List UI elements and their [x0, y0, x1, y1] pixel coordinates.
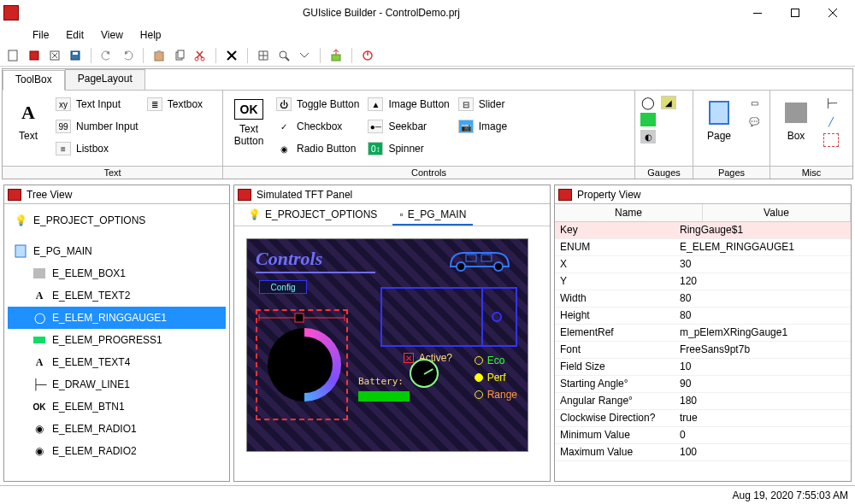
tool-image-button[interactable]: ▲Image Button — [368, 96, 449, 113]
property-row[interactable]: Field Size10 — [555, 359, 851, 376]
open-icon[interactable] — [26, 47, 43, 64]
property-row[interactable]: FontFreeSans9pt7b — [555, 342, 851, 359]
radial-gauge-icon[interactable]: ◐ — [640, 130, 656, 144]
tool-box[interactable]: Box — [777, 96, 815, 142]
property-value[interactable]: true — [675, 410, 851, 427]
property-row[interactable]: Clockwise Direction?true — [555, 410, 851, 427]
save-icon[interactable] — [67, 47, 84, 64]
popup-icon[interactable]: ▭ — [746, 96, 762, 109]
tree-item[interactable]: E_ELEM_PROGRESS1 — [8, 329, 226, 351]
paste-icon[interactable] — [150, 47, 168, 64]
maximize-button[interactable] — [776, 1, 814, 25]
cut-icon[interactable] — [192, 47, 209, 64]
property-row[interactable]: ElementRefm_pElemXRingGauge1 — [555, 325, 851, 342]
property-row[interactable]: Starting Angle°90 — [555, 376, 851, 393]
property-row[interactable]: Minimum Value0 — [555, 427, 851, 444]
property-value[interactable]: 30 — [675, 256, 851, 273]
tool-slider[interactable]: ⊟Slider — [458, 96, 507, 113]
tool-text-button[interactable]: OK Text Button — [230, 96, 268, 147]
tool-image[interactable]: 📷Image — [458, 118, 507, 135]
property-row[interactable]: Y120 — [555, 273, 851, 290]
line-h-icon[interactable]: ├─ — [823, 96, 839, 109]
property-value[interactable]: E_ELEM_RINGGAUGE1 — [675, 239, 851, 256]
power-icon[interactable] — [359, 47, 376, 64]
progress-icon[interactable] — [640, 113, 656, 126]
tool-radio[interactable]: ◉Radio Button — [276, 140, 359, 157]
tree-view[interactable]: 💡 E_PROJECT_OPTIONS E_PG_MAIN E_ELEM_BOX… — [4, 204, 229, 481]
property-row[interactable]: Width80 — [555, 290, 851, 308]
menu-file[interactable]: File — [24, 27, 57, 43]
zoom-icon[interactable] — [275, 47, 292, 64]
blank-gauge-icon[interactable] — [661, 113, 676, 126]
property-value[interactable]: FreeSans9pt7b — [675, 342, 851, 359]
property-table[interactable]: KeyRingGauge$1ENUME_ELEM_RINGGAUGE1X30Y1… — [555, 222, 851, 481]
sim-tab-options[interactable]: 💡E_PROJECT_OPTIONS — [241, 205, 384, 226]
grid-icon[interactable] — [255, 47, 272, 64]
delete-icon[interactable] — [223, 47, 240, 64]
radio-perf[interactable]: Perf — [475, 372, 517, 384]
property-row[interactable]: Height80 — [555, 308, 851, 325]
property-value[interactable]: m_pElemXRingGauge1 — [675, 325, 851, 342]
property-row[interactable]: X30 — [555, 256, 851, 273]
tree-page-main[interactable]: E_PG_MAIN — [8, 240, 226, 262]
property-value[interactable]: 80 — [675, 308, 851, 325]
tool-seekbar[interactable]: ●─Seekbar — [368, 118, 449, 135]
ramp-gauge-icon[interactable]: ◢ — [661, 96, 676, 109]
tree-item[interactable]: E_ELEM_BOX1 — [8, 262, 226, 284]
export-icon[interactable] — [327, 47, 345, 64]
undo-icon[interactable] — [98, 47, 115, 64]
radio-eco[interactable]: Eco — [475, 355, 517, 366]
property-row[interactable]: KeyRingGauge$1 — [555, 222, 851, 239]
menu-view[interactable]: View — [92, 27, 132, 43]
tool-text[interactable]: A Text — [9, 96, 47, 142]
property-row[interactable]: Angular Range°180 — [555, 393, 851, 410]
tree-item-selected[interactable]: ◯E_ELEM_RINGGAUGE1 — [8, 307, 226, 329]
ribbon-tab-pagelayout[interactable]: PageLayout — [65, 69, 145, 90]
group-icon[interactable] — [823, 133, 839, 147]
close-file-icon[interactable] — [46, 47, 63, 64]
property-value[interactable]: 180 — [675, 393, 851, 410]
tool-spinner[interactable]: 0↕Spinner — [368, 140, 449, 157]
tree-project-options[interactable]: 💡 E_PROJECT_OPTIONS — [8, 209, 226, 231]
tool-number-input[interactable]: 99Number Input — [56, 118, 139, 135]
tool-page[interactable]: Page — [700, 96, 738, 142]
tool-listbox[interactable]: ≡Listbox — [56, 140, 139, 157]
tool-textbox[interactable]: ≣Textbox — [147, 96, 203, 113]
zoom-down-icon[interactable] — [296, 47, 313, 64]
tree-item[interactable]: AE_ELEM_TEXT2 — [8, 284, 226, 307]
radio-range[interactable]: Range — [475, 389, 517, 401]
property-value[interactable]: 0 — [675, 427, 851, 444]
line-d-icon[interactable]: ╱ — [823, 114, 839, 128]
minimize-button[interactable] — [739, 1, 776, 25]
property-row[interactable]: ENUME_ELEM_RINGGAUGE1 — [555, 239, 851, 256]
property-value[interactable]: 120 — [675, 273, 851, 290]
sim-tab-main[interactable]: ▫E_PG_MAIN — [392, 205, 473, 226]
ring-gauge[interactable] — [268, 328, 341, 401]
tool-checkbox[interactable]: ✓Checkbox — [276, 118, 359, 135]
copy-icon[interactable] — [171, 47, 188, 64]
config-button[interactable]: Config — [259, 280, 307, 294]
close-button[interactable] — [814, 1, 852, 25]
tree-item[interactable]: OKE_ELEM_BTN1 — [8, 396, 226, 418]
dialog-icon[interactable]: 💬 — [746, 114, 762, 128]
tree-item[interactable]: ├─E_DRAW_LINE1 — [8, 373, 226, 396]
tree-item[interactable]: ◉E_ELEM_RADIO2 — [8, 440, 226, 462]
sim-canvas[interactable]: Controls Config ✕ Active? Battery: Eco P… — [246, 238, 528, 452]
slider-control[interactable] — [257, 311, 346, 325]
active-checkbox[interactable]: ✕ — [404, 353, 414, 363]
menu-help[interactable]: Help — [132, 27, 170, 43]
property-value[interactable]: 80 — [675, 290, 851, 308]
redo-icon[interactable] — [119, 47, 136, 64]
property-value[interactable]: RingGauge$1 — [675, 222, 851, 239]
tool-toggle[interactable]: ⏻Toggle Button — [276, 96, 359, 113]
tool-text-input[interactable]: xyText Input — [56, 96, 139, 113]
menu-edit[interactable]: Edit — [57, 27, 92, 43]
property-row[interactable]: Maximum Value100 — [555, 444, 851, 461]
property-value[interactable]: 100 — [675, 444, 851, 461]
property-value[interactable]: 90 — [675, 376, 851, 393]
property-value[interactable]: 10 — [675, 359, 851, 376]
ring-gauge-icon[interactable]: ◯ — [640, 96, 656, 109]
new-icon[interactable] — [5, 47, 22, 64]
tree-item[interactable]: ◉E_ELEM_RADIO1 — [8, 418, 226, 440]
tree-item[interactable]: AE_ELEM_TEXT4 — [8, 351, 226, 373]
